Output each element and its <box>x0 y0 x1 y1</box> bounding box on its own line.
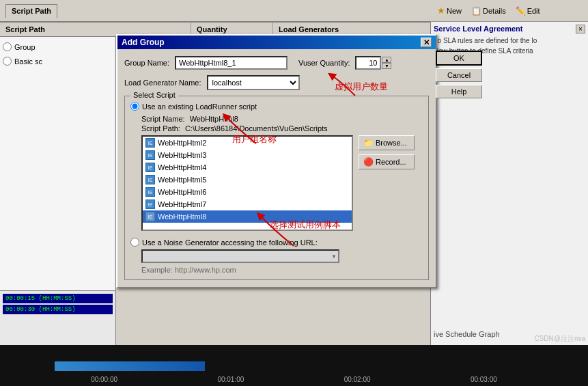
record-button[interactable]: 🔴 Record... <box>359 154 415 169</box>
add-group-dialog: Add Group ✕ Group Name: Vuser Quantity: … <box>116 34 437 288</box>
noise-url-dropdown-icon: ▼ <box>331 253 337 260</box>
vuser-qty-label: Vuser Quantity: <box>298 59 350 67</box>
script-path-label: Script Path: <box>141 124 180 133</box>
ok-button[interactable]: OK <box>436 51 482 66</box>
browse-button[interactable]: 📁 Browse... <box>359 135 415 150</box>
noise-radio[interactable] <box>130 238 139 247</box>
dialog-action-buttons: OK Cancel Help <box>436 51 482 98</box>
vuser-qty-input[interactable] <box>355 56 381 70</box>
use-existing-radio[interactable] <box>130 102 139 111</box>
script-item-8[interactable]: IE WebHttpHtml8 <box>143 210 352 223</box>
script-icon-6: IE <box>145 187 155 197</box>
script-icon-8: IE <box>145 212 155 221</box>
noise-url-input[interactable]: ▼ <box>141 249 339 263</box>
select-script-legend: Select Script <box>130 91 178 99</box>
use-existing-label: Use an existing LoadRunner script <box>142 102 257 111</box>
noise-generator-section: Use a Noise Generator accessing the foll… <box>130 238 423 274</box>
script-icon-7: IE <box>145 199 155 209</box>
script-icon-3: IE <box>145 150 155 160</box>
group-name-label: Group Name: <box>124 59 169 67</box>
browse-icon: 📁 <box>363 138 374 148</box>
script-icon-4: IE <box>145 163 155 172</box>
vuser-down-button[interactable]: ▼ <box>382 63 391 69</box>
script-item-4[interactable]: IE WebHttpHtml4 <box>143 161 352 174</box>
load-gen-dropdown[interactable]: localhost <box>207 75 300 90</box>
watermark: CSDN@注注mia <box>534 334 585 344</box>
script-item-2[interactable]: IE WebHttpHtml2 <box>143 137 352 149</box>
help-button[interactable]: Help <box>436 85 482 98</box>
use-existing-radio-row: Use an existing LoadRunner script <box>130 102 423 111</box>
cancel-button[interactable]: Cancel <box>436 68 482 82</box>
dialog-titlebar: Add Group ✕ <box>117 36 436 49</box>
script-icon-5: IE <box>145 175 155 184</box>
dialog-body: Group Name: Vuser Quantity: ▲ ▼ OK Cance… <box>117 49 436 287</box>
script-item-7[interactable]: IE WebHttpHtml7 <box>143 198 352 210</box>
group-name-input[interactable] <box>175 56 288 70</box>
script-name-label: Script Name: <box>141 115 185 123</box>
script-item-3[interactable]: IE WebHttpHtml3 <box>143 149 352 161</box>
dialog-title: Add Group <box>122 38 165 47</box>
noise-radio-row: Use a Noise Generator accessing the foll… <box>130 238 423 247</box>
script-item-5[interactable]: IE WebHttpHtml5 <box>143 174 352 186</box>
script-listbox[interactable]: IE WebHttpHtml2 IE WebHttpHtml3 IE WebHt… <box>141 135 353 231</box>
script-path-value: C:\Users\86184\Documents\VuGen\Scripts <box>185 124 328 133</box>
noise-label: Use a Noise Generator accessing the foll… <box>142 238 318 247</box>
script-icon-2: IE <box>145 138 155 148</box>
script-name-value: WebHttpHtml8 <box>190 115 238 123</box>
script-item-6[interactable]: IE WebHttpHtml6 <box>143 186 352 198</box>
vuser-up-button[interactable]: ▲ <box>382 57 391 63</box>
dialog-close-button[interactable]: ✕ <box>421 38 432 47</box>
script-action-buttons: 📁 Browse... 🔴 Record... <box>359 135 415 231</box>
record-icon: 🔴 <box>363 157 374 167</box>
example-text: Example: http://www.hp.com <box>141 266 423 274</box>
dialog-overlay: Add Group ✕ Group Name: Vuser Quantity: … <box>0 0 588 386</box>
load-gen-label: Load Generator Name: <box>124 79 201 87</box>
select-script-section: Select Script Use an existing LoadRunner… <box>124 96 429 280</box>
load-gen-select[interactable]: localhost <box>208 77 298 88</box>
